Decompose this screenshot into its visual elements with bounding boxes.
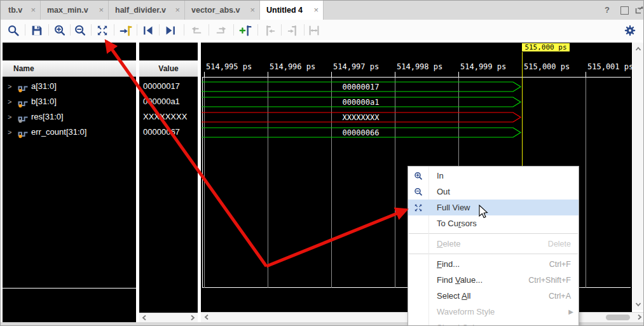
menu-item-delete: DeleteDelete	[408, 236, 579, 252]
vertical-scrollbar[interactable]	[633, 43, 644, 310]
tab-close-icon[interactable]: ×	[313, 1, 319, 20]
vivado-waveform-window: tb.v×max_min.v×half_divider.v×vector_abs…	[0, 0, 644, 326]
toolbar-separator	[114, 24, 114, 36]
toolbar-separator	[70, 24, 71, 36]
tab-bar: tb.v×max_min.v×half_divider.v×vector_abs…	[1, 1, 643, 20]
tab-label: half_divider.v	[115, 6, 166, 15]
toolbar-separator	[233, 24, 234, 36]
add-marker-button[interactable]	[237, 22, 254, 39]
tab-label: Untitled 4	[266, 6, 303, 15]
menu-item-label: Signal Color	[428, 323, 568, 326]
tab-vector-abs-v[interactable]: vector_abs.v×	[185, 1, 260, 20]
bus-signal-icon	[18, 128, 29, 144]
maximize-icon[interactable]	[620, 6, 629, 15]
zoom-out-icon	[408, 187, 428, 197]
scroll-right-icon[interactable]	[189, 314, 196, 322]
bus-value-text: XXXXXXXX	[201, 113, 521, 122]
signal-row-res310[interactable]: >res[31:0]	[3, 109, 136, 125]
zoom-fit-icon	[408, 203, 428, 213]
menu-item-label: To Cursors	[428, 219, 579, 228]
save-button[interactable]	[29, 22, 45, 39]
menu-item-label: Out	[428, 187, 579, 196]
menu-shortcut: Delete	[548, 240, 579, 248]
toolbar-separator	[257, 24, 258, 36]
toolbar-separator	[159, 24, 160, 36]
tab-close-icon[interactable]: ×	[99, 1, 104, 20]
menu-item-label: Delete	[428, 239, 548, 248]
toolbar-separator	[209, 24, 209, 36]
previous-edge-button	[188, 22, 205, 39]
search-button[interactable]	[5, 22, 22, 39]
scroll-left-icon[interactable]	[140, 314, 148, 322]
expand-chevron-icon[interactable]: >	[8, 109, 11, 125]
waveform-context-menu: InOutFull ViewTo CursorsDeleteDeleteFind…	[408, 166, 579, 326]
time-cursor-value-badge: 515,000 ps	[522, 43, 570, 51]
signal-name: a[31:0]	[31, 79, 57, 94]
next-marker-button	[285, 22, 301, 39]
hscroll-thumb[interactable]	[606, 315, 630, 320]
menu-item-label: Select All	[428, 291, 549, 301]
scroll-left-icon[interactable]	[203, 313, 210, 321]
zoom-fit-button[interactable]	[94, 22, 111, 39]
help-icon[interactable]: ?	[605, 1, 610, 20]
signal-name: err_count[31:0]	[31, 125, 86, 140]
tab-label: tb.v	[8, 6, 22, 15]
settings-gear-button[interactable]	[622, 22, 638, 39]
tab-close-icon[interactable]: ×	[175, 1, 180, 20]
signal-value: 000000a1	[143, 94, 180, 109]
expand-chevron-icon[interactable]: >	[8, 125, 11, 140]
expand-chevron-icon[interactable]: >	[8, 79, 11, 94]
bus-value-text: 000000a1	[201, 98, 521, 107]
signal-value: 00000067	[143, 125, 180, 140]
toolbar-separator	[91, 24, 92, 36]
previous-transition-button[interactable]	[140, 22, 156, 39]
signal-value: XXXXXXXX	[143, 109, 187, 125]
menu-item-label: Find Value...	[428, 275, 528, 285]
menu-shortcut: Ctrl+A	[549, 292, 579, 301]
expand-chevron-icon[interactable]: >	[8, 94, 11, 109]
toolbar-separator	[25, 24, 25, 36]
menu-separator	[409, 254, 578, 254]
tab-tb-v[interactable]: tb.v×	[2, 1, 41, 20]
tab-half-divider-v[interactable]: half_divider.v×	[109, 1, 185, 20]
menu-item-find[interactable]: Find...Ctrl+F	[408, 256, 579, 272]
menu-item-out[interactable]: Out	[408, 184, 579, 200]
zoom-in-button[interactable]	[51, 22, 68, 39]
name-column-header[interactable]: Name	[3, 60, 136, 77]
next-edge-button	[213, 22, 230, 39]
menu-item-label: Full View	[428, 203, 579, 212]
tab-close-icon[interactable]: ×	[31, 1, 36, 20]
signal-row-a310[interactable]: >a[31:0]	[3, 79, 136, 94]
tab-label: vector_abs.v	[191, 6, 240, 15]
value-column-header[interactable]: Value	[139, 60, 198, 77]
next-transition-button[interactable]	[162, 22, 179, 39]
signal-row-err_count310[interactable]: >err_count[31:0]	[3, 125, 136, 140]
zoom-to-cursors-button	[306, 22, 322, 39]
submenu-arrow-icon: ▶	[568, 308, 579, 315]
scroll-down-icon[interactable]	[634, 301, 642, 308]
menu-item-full-view[interactable]: Full View	[408, 200, 579, 215]
value-horizontal-scrollbar[interactable]	[139, 313, 198, 323]
menu-item-waveform-style: Waveform Style▶	[408, 304, 579, 320]
signal-row-b310[interactable]: >b[31:0]	[3, 94, 136, 109]
signal-value: 00000017	[143, 79, 180, 94]
tree-bottom-divider	[3, 288, 136, 289]
menu-item-to-cursors[interactable]: To Cursors	[408, 215, 579, 231]
zoom-out-button[interactable]	[72, 22, 88, 39]
menu-item-in[interactable]: In	[408, 168, 579, 184]
menu-separator	[409, 233, 578, 234]
scroll-right-icon[interactable]	[636, 313, 643, 321]
menu-item-label: In	[428, 171, 579, 180]
tab-max-min-v[interactable]: max_min.v×	[41, 1, 109, 20]
previous-marker-button	[261, 22, 278, 39]
bus-value-text: 00000066	[201, 128, 521, 137]
tab-untitled-4[interactable]: Untitled 4×	[260, 1, 324, 20]
tab-close-icon[interactable]: ×	[250, 1, 255, 20]
go-to-time-button[interactable]	[118, 22, 134, 39]
signal-name: res[31:0]	[31, 109, 64, 125]
menu-item-find-value[interactable]: Find Value...Ctrl+Shift+F	[408, 272, 579, 288]
signal-value-panel: Value00000017000000a1XXXXXXXX00000067	[139, 43, 198, 322]
scroll-up-icon[interactable]	[634, 45, 642, 53]
menu-item-select-all[interactable]: Select AllCtrl+A	[408, 288, 579, 304]
toolbar-separator	[281, 24, 282, 36]
